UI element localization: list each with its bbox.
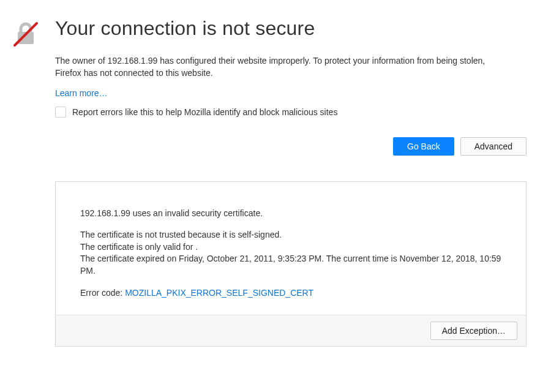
add-exception-button[interactable]: Add Exception… (430, 322, 517, 340)
report-errors-checkbox[interactable] (55, 107, 66, 118)
cert-detail-line: The certificate expired on Friday, Octob… (80, 253, 501, 277)
error-page: Your connection is not secure The owner … (0, 0, 551, 347)
certificate-details-panel: 192.168.1.99 uses an invalid security ce… (55, 181, 527, 347)
error-code-label: Error code: (80, 288, 125, 298)
certificate-details-text: 192.168.1.99 uses an invalid security ce… (56, 182, 526, 315)
insecure-lock-icon (11, 20, 40, 49)
error-code-line: Error code: MOZILLA_PKIX_ERROR_SELF_SIGN… (80, 287, 501, 300)
report-errors-label: Report errors like this to help Mozilla … (72, 107, 337, 117)
go-back-button[interactable]: Go Back (393, 137, 454, 156)
certificate-details-footer: Add Exception… (56, 315, 526, 346)
page-title: Your connection is not secure (55, 17, 527, 40)
warning-description: The owner of 192.168.1.99 has configured… (55, 55, 508, 80)
primary-button-row: Go Back Advanced (55, 137, 527, 156)
learn-more-link[interactable]: Learn more… (55, 88, 108, 98)
error-code-link[interactable]: MOZILLA_PKIX_ERROR_SELF_SIGNED_CERT (125, 288, 313, 298)
report-errors-row: Report errors like this to help Mozilla … (55, 107, 527, 118)
cert-detail-line: 192.168.1.99 uses an invalid security ce… (80, 208, 501, 220)
cert-detail-line: The certificate is not trusted because i… (80, 229, 501, 241)
cert-detail-line: The certificate is only valid for . (80, 241, 501, 254)
advanced-button[interactable]: Advanced (460, 137, 527, 156)
